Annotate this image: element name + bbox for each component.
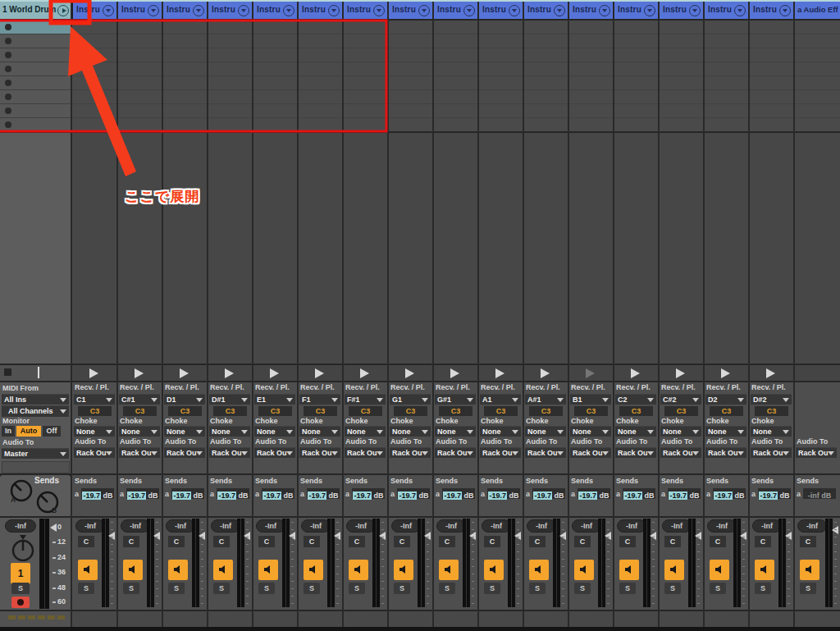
- volume-value[interactable]: -Inf: [121, 519, 150, 533]
- chain-play-button[interactable]: [631, 368, 640, 378]
- solo-button[interactable]: S: [484, 583, 500, 594]
- play-note-box[interactable]: C3: [168, 406, 202, 416]
- audio-to-select[interactable]: Rack Ou: [570, 447, 611, 458]
- chain-track-header[interactable]: Instru: [118, 2, 162, 19]
- audio-to-select[interactable]: Rack Ou: [119, 447, 160, 458]
- play-note-box[interactable]: C3: [304, 406, 337, 416]
- track-activator-button[interactable]: [484, 560, 504, 580]
- chain-track-header[interactable]: Instru: [434, 2, 477, 19]
- chain-play-button[interactable]: [270, 368, 279, 378]
- chain-note-select[interactable]: B1: [570, 394, 611, 405]
- choke-select[interactable]: None: [390, 426, 431, 437]
- track-activator-button[interactable]: [304, 560, 323, 580]
- volume-value[interactable]: -Inf: [256, 519, 285, 533]
- volume-value[interactable]: -Inf: [166, 519, 195, 533]
- track-activator-button[interactable]: [213, 560, 233, 580]
- choke-select[interactable]: None: [164, 426, 205, 437]
- audio-to-select[interactable]: Rack Ou: [705, 447, 746, 458]
- arm-button[interactable]: [11, 597, 30, 608]
- solo-button[interactable]: S: [11, 583, 30, 594]
- chain-play-button[interactable]: [180, 368, 189, 378]
- pan-value[interactable]: C: [800, 536, 816, 547]
- solo-button[interactable]: S: [619, 583, 636, 594]
- chain-track-header[interactable]: Instru: [614, 2, 658, 19]
- chain-note-select[interactable]: F#1: [345, 394, 386, 405]
- solo-button[interactable]: S: [168, 583, 185, 594]
- pan-value[interactable]: C: [439, 536, 455, 547]
- chain-track-header[interactable]: Instru: [660, 2, 703, 19]
- monitor-in-button[interactable]: In: [2, 426, 15, 437]
- send-amount[interactable]: -19.7 dB: [307, 488, 340, 499]
- clip-stop-dot-icon[interactable]: [5, 66, 11, 72]
- pan-value[interactable]: C: [349, 536, 365, 547]
- send-amount[interactable]: -19.7 dB: [487, 488, 520, 499]
- chevron-down-circle-icon[interactable]: [328, 5, 340, 16]
- fold-play-circle-icon[interactable]: [57, 5, 69, 16]
- chain-track-header[interactable]: Instru: [163, 2, 207, 19]
- chain-play-button[interactable]: [135, 368, 144, 378]
- send-amount[interactable]: -19.7 dB: [217, 488, 249, 499]
- track-activator-button[interactable]: [529, 560, 549, 580]
- audio-to-select[interactable]: Rack Ou: [796, 447, 837, 458]
- play-note-box[interactable]: C3: [484, 406, 518, 416]
- track-activator-button[interactable]: [123, 560, 143, 580]
- audio-to-select[interactable]: Rack Ou: [525, 447, 566, 458]
- choke-select[interactable]: None: [209, 426, 250, 437]
- choke-select[interactable]: None: [480, 426, 521, 437]
- send-amount[interactable]: -19.7 dB: [668, 488, 701, 499]
- track-activator-button[interactable]: [439, 560, 459, 580]
- volume-value[interactable]: -Inf: [436, 519, 466, 533]
- pan-value[interactable]: C: [529, 536, 546, 547]
- chain-track-header[interactable]: Instru: [524, 2, 568, 19]
- chevron-down-circle-icon[interactable]: [644, 5, 655, 16]
- play-note-box[interactable]: C3: [213, 406, 247, 416]
- chain-play-button[interactable]: [405, 368, 414, 378]
- volume-value[interactable]: -Inf: [301, 519, 331, 533]
- solo-button[interactable]: S: [78, 583, 94, 594]
- solo-button[interactable]: S: [213, 583, 230, 594]
- chain-play-button[interactable]: [495, 368, 504, 378]
- audio-to-select[interactable]: Rack Ou: [480, 447, 521, 458]
- chain-note-select[interactable]: E1: [254, 394, 295, 405]
- chevron-down-circle-icon[interactable]: [193, 5, 204, 16]
- send-amount[interactable]: -inf dB: [803, 488, 836, 499]
- chain-track-header[interactable]: Instru: [253, 2, 297, 19]
- solo-button[interactable]: S: [304, 583, 320, 594]
- chain-track-header[interactable]: Instru: [569, 2, 613, 19]
- clip-stop-dot-icon[interactable]: [5, 107, 11, 114]
- send-amount[interactable]: -19.7 dB: [758, 488, 791, 499]
- choke-select[interactable]: None: [345, 426, 386, 437]
- volume-value[interactable]: -Inf: [662, 519, 692, 533]
- clip-slot[interactable]: [0, 104, 71, 118]
- pan-value[interactable]: C: [710, 536, 726, 547]
- chevron-down-circle-icon[interactable]: [238, 5, 249, 16]
- solo-button[interactable]: S: [755, 583, 771, 594]
- track-activator-button[interactable]: [349, 560, 368, 580]
- chevron-down-circle-icon[interactable]: [103, 5, 114, 16]
- chain-note-select[interactable]: D2: [705, 394, 746, 405]
- chain-track-header[interactable]: Instru: [73, 2, 116, 19]
- clip-slot[interactable]: [0, 90, 71, 104]
- solo-button[interactable]: S: [529, 583, 546, 594]
- choke-select[interactable]: None: [254, 426, 295, 437]
- volume-value[interactable]: -Inf: [527, 519, 556, 533]
- volume-value[interactable]: -Inf: [211, 519, 240, 533]
- choke-select[interactable]: None: [615, 426, 656, 437]
- chain-track-header[interactable]: Instru: [299, 2, 342, 19]
- send-amount[interactable]: -19.7 dB: [623, 488, 655, 499]
- send-amount[interactable]: -19.7 dB: [713, 488, 746, 499]
- pan-knob-icon[interactable]: [7, 533, 39, 561]
- chevron-down-circle-icon[interactable]: [418, 5, 430, 16]
- audio-to-select[interactable]: Rack Ou: [615, 447, 656, 458]
- pan-value[interactable]: C: [755, 536, 771, 547]
- chevron-down-circle-icon[interactable]: [734, 5, 746, 16]
- track-activator-button[interactable]: [258, 560, 278, 580]
- track-activator-button[interactable]: [168, 560, 188, 580]
- monitor-auto-button[interactable]: Auto: [16, 426, 41, 437]
- volume-value[interactable]: -Inf: [752, 519, 782, 533]
- chain-track-header[interactable]: Instru: [344, 2, 387, 19]
- clip-slot[interactable]: [0, 34, 71, 48]
- pan-value[interactable]: C: [574, 536, 591, 547]
- pan-value[interactable]: C: [664, 536, 681, 547]
- send-amount[interactable]: -19.7 dB: [126, 488, 159, 499]
